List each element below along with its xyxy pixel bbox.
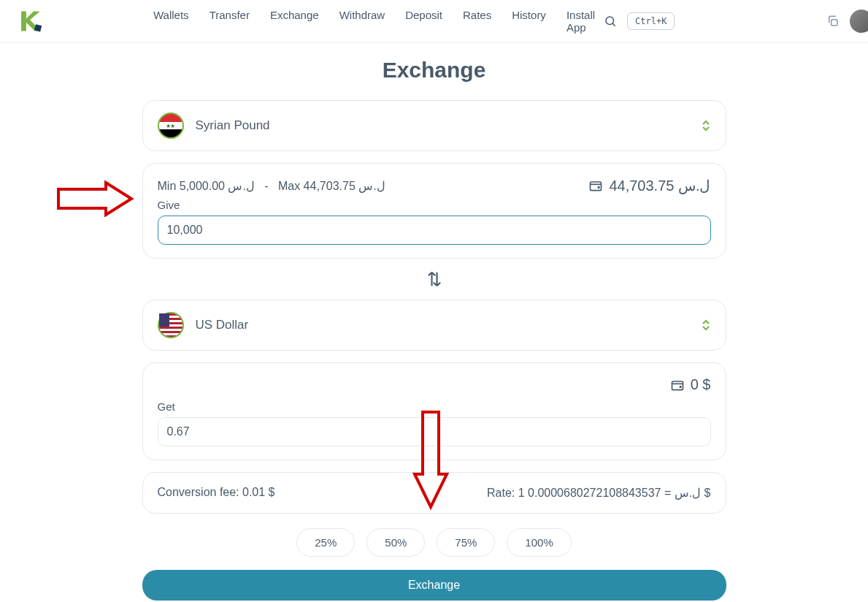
- nav-rates[interactable]: Rates: [463, 9, 491, 34]
- give-balance: 44,703.75 ل.س: [588, 177, 710, 194]
- svg-rect-6: [672, 381, 683, 390]
- give-limits: Min 5,000.00 ل.س - Max 44,703.75 ل.س: [158, 179, 385, 193]
- get-balance: 0 $: [670, 376, 711, 393]
- wallet-icon: [670, 378, 685, 392]
- nav-withdraw[interactable]: Withdraw: [339, 9, 385, 34]
- exchange-button[interactable]: Exchange: [142, 570, 726, 601]
- percent-buttons: 25% 50% 75% 100%: [142, 528, 726, 557]
- swap-icon[interactable]: [424, 269, 445, 289]
- give-currency-name: Syrian Pound: [196, 118, 701, 133]
- nav-deposit[interactable]: Deposit: [405, 9, 442, 34]
- limit-sep: -: [264, 180, 268, 192]
- page-title: Exchange: [142, 58, 726, 83]
- get-label: Get: [158, 400, 711, 413]
- max-limit: Max 44,703.75 ل.س: [278, 180, 385, 192]
- nav-exchange[interactable]: Exchange: [270, 9, 319, 34]
- svg-rect-3: [831, 20, 837, 26]
- pct-100-button[interactable]: 100%: [507, 528, 571, 557]
- header-right: Ctrl+K: [604, 9, 868, 33]
- get-currency-select[interactable]: US Dollar: [142, 300, 726, 351]
- give-balance-value: 44,703.75 ل.س: [609, 177, 710, 194]
- min-limit: Min 5,000.00 ل.س: [158, 180, 255, 192]
- chevron-updown-icon: [701, 120, 711, 132]
- chevron-updown-icon: [701, 319, 711, 331]
- conversion-fee: Conversion fee: 0.01 $: [158, 486, 275, 500]
- wallet-icon: [588, 178, 603, 193]
- swap-row: [142, 259, 726, 300]
- flag-syria-icon: [158, 113, 184, 139]
- nav-install-app[interactable]: Install App: [566, 9, 595, 34]
- main-nav: Wallets Transfer Exchange Withdraw Depos…: [153, 9, 595, 34]
- svg-rect-4: [591, 182, 602, 191]
- get-amount-input[interactable]: [158, 417, 711, 446]
- nav-transfer[interactable]: Transfer: [210, 9, 250, 34]
- shortcut-hint: Ctrl+K: [627, 12, 675, 30]
- get-currency-name: US Dollar: [196, 318, 701, 332]
- give-label: Give: [158, 199, 711, 211]
- give-amount-input[interactable]: [158, 216, 711, 245]
- rate-info-card: Conversion fee: 0.01 $ Rate: 1 ل.س = 0.0…: [142, 472, 726, 514]
- rate-text: Rate: 1 ل.س = 0.0000680272108843537 $: [487, 486, 710, 500]
- flag-usa-icon: [158, 312, 184, 338]
- pct-25-button[interactable]: 25%: [296, 528, 355, 557]
- svg-point-7: [680, 386, 681, 387]
- svg-line-2: [612, 23, 615, 26]
- get-amount-card: 0 $ Get: [142, 362, 726, 460]
- nav-wallets[interactable]: Wallets: [153, 9, 189, 34]
- main: Exchange Syrian Pound Min 5,000.00 ل.س -…: [69, 43, 799, 602]
- pct-75-button[interactable]: 75%: [437, 528, 495, 557]
- give-amount-card: Min 5,000.00 ل.س - Max 44,703.75 ل.س 44,…: [142, 163, 726, 259]
- give-currency-select[interactable]: Syrian Pound: [142, 100, 726, 151]
- logo[interactable]: [18, 9, 42, 34]
- annotation-arrow-give: [55, 180, 135, 217]
- nav-history[interactable]: History: [512, 9, 546, 34]
- copy-icon[interactable]: [826, 15, 840, 28]
- header: Wallets Transfer Exchange Withdraw Depos…: [0, 0, 868, 43]
- search-icon[interactable]: [604, 15, 617, 28]
- get-balance-value: 0 $: [691, 376, 711, 393]
- avatar[interactable]: [850, 9, 868, 33]
- pct-50-button[interactable]: 50%: [366, 528, 425, 557]
- svg-point-5: [599, 187, 600, 188]
- svg-point-1: [606, 17, 614, 25]
